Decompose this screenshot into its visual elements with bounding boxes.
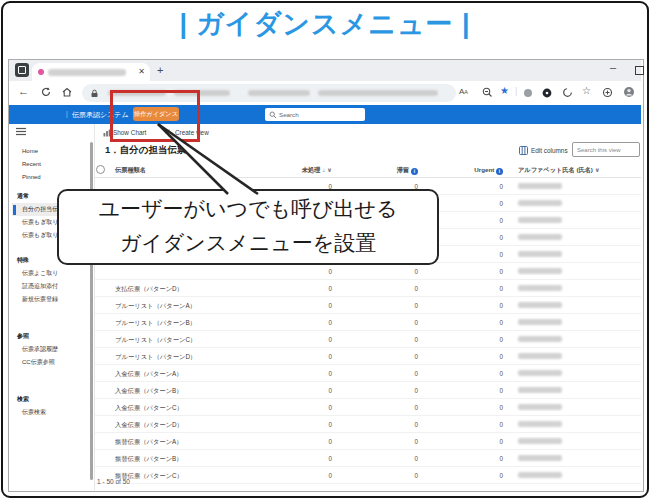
edit-columns-button[interactable]: Edit columns [531,147,568,154]
callout-line2: ガイダンスメニューを設置 [59,226,437,259]
table-row[interactable]: 支払伝票（パターンD） 0 0 0 [95,280,641,297]
sidebar-item[interactable]: CC伝票参照 [12,356,90,369]
tab-title-blurred [48,69,126,76]
table-row[interactable]: ブルーリスト（パターンD） 0 0 0 [95,348,641,365]
table-row[interactable]: 振替伝票（パターンC） 0 0 0 [95,467,641,484]
zoom-out-icon[interactable] [482,87,493,98]
name-blurred [518,285,562,291]
tab-close-icon[interactable]: ✕ [138,67,145,76]
info-icon: i [496,168,503,175]
minimize-icon[interactable]: – [610,61,616,73]
profile-avatar[interactable] [623,86,635,98]
table-row[interactable]: 入金伝票（パターンB） 0 0 0 [95,382,641,399]
sort-desc-icon: ↓ [322,166,325,173]
hamburger-menu-icon[interactable] [16,127,26,136]
sidebar-item[interactable]: Recent [12,158,90,171]
table-row[interactable]: 振替伝票（パターンA） 0 0 0 [95,433,641,450]
table-row[interactable]: ブルーリスト（パターンA） 0 0 0 [95,297,641,314]
tab-favicon [38,69,44,75]
extension-icon[interactable] [523,88,533,98]
pagination-status: 1 - 50 of 50 [97,478,130,485]
name-blurred [518,302,562,308]
table-row[interactable]: 0 0 0 [95,263,641,280]
select-all-checkbox[interactable] [96,165,105,174]
sidebar-nav: Home Recent Pinned 通常 自分の担当伝票 伝票もぎ取り 伝票も… [12,145,90,419]
name-blurred [518,370,562,376]
name-blurred [518,183,562,189]
column-header-stagnation[interactable]: 滞留 i [370,166,418,175]
url-blurred [248,90,310,96]
name-blurred [518,268,562,274]
name-blurred [518,472,562,478]
dark-extension-icon[interactable] [542,88,552,98]
collections-star-icon[interactable]: ☆ [582,85,591,96]
back-icon[interactable]: ← [18,85,29,97]
reload-icon[interactable] [40,86,52,98]
sidebar-item[interactable]: 参照 [12,330,90,343]
name-blurred [518,234,562,240]
tracking-prevention-icon[interactable] [562,87,573,98]
view-search-input[interactable]: Search this view [572,142,640,157]
browser-tab[interactable]: ✕ [32,63,150,81]
name-blurred [518,404,562,410]
url-blurred [318,90,438,96]
sidebar-item[interactable]: Home [12,145,90,158]
callout-tail [140,118,270,198]
name-blurred [518,200,562,206]
table-row[interactable]: 振替伝票（パターンB） 0 0 0 [95,450,641,467]
name-blurred [518,217,562,223]
sidebar-item[interactable]: 新規伝票登録 [12,293,90,306]
column-header-urgent[interactable]: Urgent i [455,166,503,175]
sidebar-item[interactable]: 伝票検索 [12,406,90,419]
table-row[interactable]: 入金伝票（パターンD） 0 0 0 [95,416,641,433]
table-row[interactable]: ブルーリスト（パターンC） 0 0 0 [95,331,641,348]
column-header-name[interactable]: アルファベット氏名 (氏名) ∨ [518,166,600,175]
sidebar-item[interactable]: 検索 [12,393,90,406]
callout-bubble: ユーザーがいつでも呼び出せる ガイダンスメニューを設置 [57,189,439,265]
sidebar-item[interactable]: 伝票よこ取り [12,267,90,280]
browser-logo-icon[interactable] [15,63,29,77]
sidebar-item[interactable]: 伝票承認履歴 [12,343,90,356]
name-blurred [518,251,562,257]
info-icon: i [411,168,418,175]
sidebar-item[interactable]: Pinned [12,171,90,184]
name-blurred [518,336,562,342]
name-blurred [518,319,562,325]
table-row[interactable]: 入金伝票（パターンA） 0 0 0 [95,365,641,382]
screenshot-stage: | ガイダンスメニュー | ✕ + – ← AA ★ | [0,0,650,499]
lock-icon [90,89,99,98]
favorites-star-icon[interactable]: ★ [500,85,509,96]
toolbar-separator: | [515,86,517,96]
page-title: | ガイダンスメニュー | [0,6,650,42]
name-blurred [518,353,562,359]
chevron-down-icon: ∨ [327,166,332,173]
sidebar-item[interactable]: 証憑追加添付 [12,280,90,293]
name-blurred [518,421,562,427]
table-row[interactable]: ブルーリスト（パターンB） 0 0 0 [95,314,641,331]
search-icon [269,111,277,119]
name-blurred [518,387,562,393]
table-row[interactable]: 入金伝票（パターンC） 0 0 0 [95,399,641,416]
browser-essentials-icon[interactable] [602,87,613,98]
chevron-down-icon: ∨ [595,166,600,173]
navbar-separator: | [66,110,68,117]
restore-window-icon[interactable] [635,66,644,75]
navbar-search-input[interactable]: Search [265,108,365,121]
text-size-icon[interactable]: AA [459,87,468,96]
edit-columns-icon [519,146,528,155]
new-tab-icon[interactable]: + [157,64,163,76]
home-icon[interactable] [61,86,73,98]
name-blurred [518,455,562,461]
name-blurred [518,438,562,444]
